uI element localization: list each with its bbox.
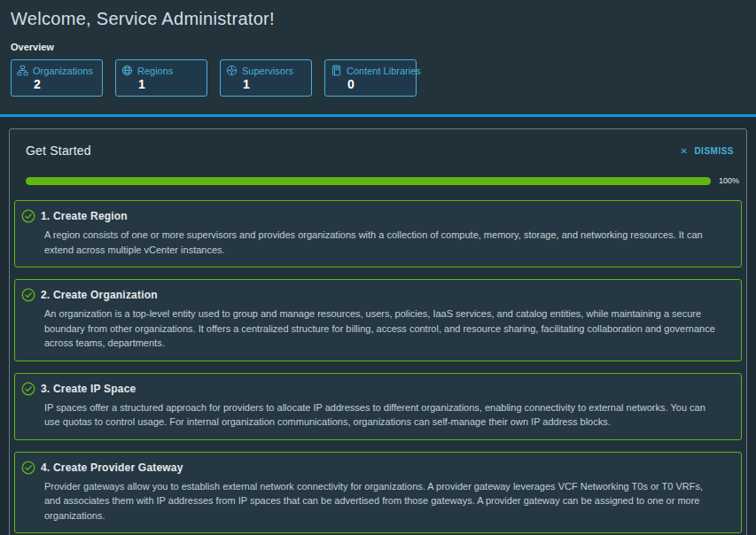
step-description: A region consists of one or more supervi…: [21, 228, 716, 257]
regions-icon: [121, 65, 133, 76]
content-libraries-icon: [331, 65, 342, 76]
dismiss-button[interactable]: ✕ DISMISS: [680, 146, 734, 156]
page-title: Welcome, Service Administrator!: [11, 9, 745, 29]
get-started-panel: Get Started ✕ DISMISS 100% 1. Create Reg…: [9, 128, 747, 535]
check-circle-icon: [21, 382, 35, 396]
stat-value: 1: [138, 77, 201, 91]
steps-list: 1. Create Region A region consists of on…: [10, 185, 746, 535]
stat-label: Regions: [137, 66, 173, 76]
step-title: 3. Create IP Space: [41, 383, 136, 395]
progress-bar: [26, 177, 711, 185]
check-circle-icon: [21, 288, 35, 302]
step-card-create-organization[interactable]: 2. Create Organization An organization i…: [14, 279, 742, 361]
overview-label: Overview: [11, 42, 745, 52]
get-started-title: Get Started: [26, 143, 91, 158]
header-section: Welcome, Service Administrator! Overview…: [0, 0, 756, 117]
stat-card-organizations[interactable]: Organizations 2: [11, 59, 103, 97]
dismiss-label: DISMISS: [694, 146, 734, 156]
stat-value: 2: [34, 77, 97, 91]
check-circle-icon: [21, 461, 35, 475]
get-started-header: Get Started ✕ DISMISS: [10, 129, 746, 158]
step-card-create-ip-space[interactable]: 3. Create IP Space IP spaces offer a str…: [14, 373, 742, 440]
stat-label: Content Libraries: [347, 66, 421, 76]
stat-value: 0: [347, 77, 410, 91]
progress-percent: 100%: [716, 176, 739, 185]
stat-label: Organizations: [33, 66, 93, 76]
stat-value: 1: [243, 77, 306, 91]
step-description: An organization is a top-level entity us…: [21, 306, 716, 351]
step-title: 1. Create Region: [41, 210, 128, 222]
stat-label: Supervisors: [242, 66, 293, 76]
check-circle-icon: [21, 209, 35, 223]
stat-card-supervisors[interactable]: Supervisors 1: [220, 59, 312, 97]
progress-row: 100%: [10, 158, 746, 185]
stats-row: Organizations 2 Regions 1: [11, 59, 745, 97]
supervisors-icon: [226, 65, 238, 76]
step-card-create-region[interactable]: 1. Create Region A region consists of on…: [14, 200, 742, 268]
stat-card-content-libraries[interactable]: Content Libraries 0: [324, 59, 417, 97]
step-description: IP spaces offer a structured approach fo…: [21, 400, 716, 430]
main-section: Get Started ✕ DISMISS 100% 1. Create Reg…: [0, 117, 756, 535]
stat-card-regions[interactable]: Regions 1: [115, 59, 207, 97]
organizations-icon: [17, 65, 28, 76]
step-card-create-provider-gateway[interactable]: 4. Create Provider Gateway Provider gate…: [14, 452, 742, 534]
step-title: 2. Create Organization: [41, 289, 158, 301]
step-title: 4. Create Provider Gateway: [41, 461, 183, 474]
step-description: Provider gateways allow you to establish…: [21, 479, 716, 523]
progress-fill: [26, 177, 711, 185]
close-icon: ✕: [680, 146, 688, 156]
